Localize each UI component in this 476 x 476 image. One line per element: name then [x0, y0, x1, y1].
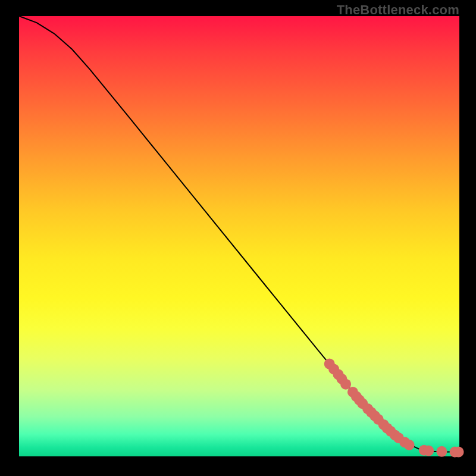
- curve-marker: [423, 445, 434, 456]
- chart-frame: TheBottleneck.com: [0, 0, 476, 476]
- curve-marker: [436, 446, 447, 457]
- chart-svg: [0, 0, 476, 476]
- curve-marker: [453, 447, 464, 458]
- curve-marker: [404, 440, 415, 450]
- scatter-markers: [324, 359, 464, 458]
- curve-line: [19, 16, 459, 452]
- watermark-text: TheBottleneck.com: [337, 2, 459, 18]
